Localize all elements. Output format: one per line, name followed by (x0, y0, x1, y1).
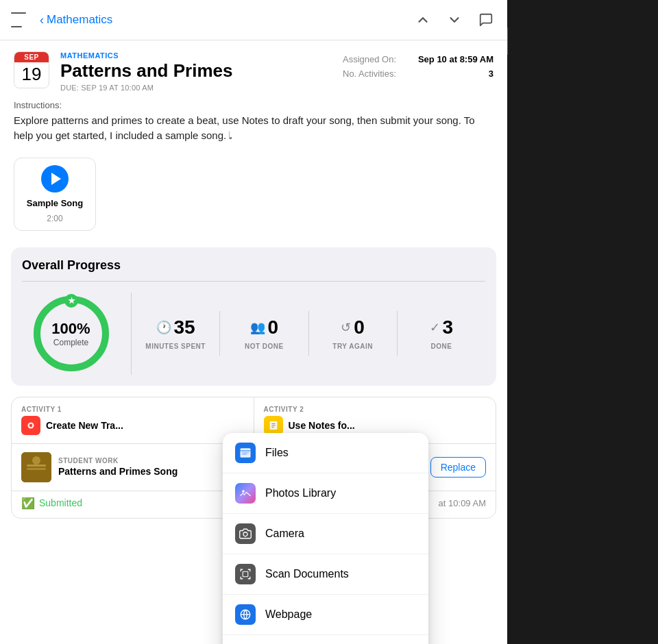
dropdown-item-camera[interactable]: Camera (223, 514, 428, 554)
chevron-up-button[interactable] (413, 10, 433, 30)
sample-song-section: Sample Song 2:00 (0, 152, 507, 242)
stat-done: ✓ 3 DONE (398, 311, 485, 356)
dropdown-item-scan[interactable]: Scan Documents (223, 554, 428, 595)
play-icon (51, 173, 61, 185)
instructions-section: Instructions: Explore patterns and prime… (0, 100, 507, 152)
svg-rect-12 (27, 468, 46, 470)
assigned-on-row: Assigned On: Sep 10 at 8:59 AM (343, 54, 494, 64)
right-panel (507, 0, 658, 644)
svg-rect-15 (242, 452, 249, 453)
try-again-icon: ↺ (341, 320, 351, 335)
play-button[interactable] (41, 165, 69, 193)
chevron-down-button[interactable] (444, 10, 465, 30)
sidebar-toggle-button[interactable] (11, 12, 30, 27)
svg-rect-16 (242, 454, 247, 455)
webpage-icon (235, 604, 256, 625)
garageband-icon (21, 416, 40, 435)
stat-try-again: ↺ 0 TRY AGAIN (309, 311, 398, 356)
assigned-on-label: Assigned On: (343, 54, 396, 64)
done-label: DONE (430, 343, 452, 350)
assignment-meta: Assigned On: Sep 10 at 8:59 AM No. Activ… (343, 51, 494, 79)
back-chevron-icon: ‹ (40, 13, 44, 27)
stat-minutes: 🕐 35 MINUTES SPENT (132, 311, 220, 356)
replace-button[interactable]: Replace (430, 457, 486, 478)
circle-complete-label: Complete (51, 338, 90, 347)
back-button[interactable]: ‹ Mathematics (40, 13, 112, 27)
svg-rect-11 (27, 465, 46, 467)
progress-circle: ★ 100% Complete (30, 293, 112, 375)
instructions-label: Instructions: (14, 100, 494, 110)
circle-text: 100% Complete (51, 320, 90, 347)
svg-point-18 (242, 490, 245, 493)
nav-bar: ‹ Mathematics (0, 0, 507, 40)
notes-icon (264, 416, 283, 435)
no-activities-label: No. Activities: (343, 69, 396, 79)
right-panel-line (507, 27, 508, 55)
back-label: Mathematics (47, 13, 112, 27)
activity-2-icon-name: Use Notes fo... (264, 416, 487, 435)
webpage-label: Webpage (265, 608, 312, 621)
calendar-day: 19 (14, 62, 49, 88)
dropdown-item-files[interactable]: Files (223, 433, 428, 473)
instructions-text: Explore patterns and primes to create a … (14, 113, 494, 144)
svg-point-5 (29, 423, 33, 427)
activity-1-label: ACTIVITY 1 (21, 406, 244, 413)
dropdown-menu: Files Photos Library Camera Scan Documen… (223, 433, 428, 644)
progress-circle-container: ★ 100% Complete (22, 293, 132, 375)
not-done-value: 0 (268, 317, 279, 338)
stat-not-done: 👥 0 NOT DONE (220, 311, 308, 356)
assignment-header: SEP 19 MATHEMATICS Patterns and Primes D… (0, 40, 507, 100)
scan-icon (235, 564, 256, 584)
files-icon (235, 443, 256, 463)
try-again-label: TRY AGAIN (332, 343, 373, 350)
svg-point-19 (243, 532, 247, 536)
try-again-value: 0 (354, 317, 365, 338)
no-activities-row: No. Activities: 3 (343, 69, 494, 79)
svg-point-13 (32, 456, 40, 465)
not-done-icon: 👥 (250, 320, 265, 335)
dropdown-item-webpage[interactable]: Webpage (223, 595, 428, 635)
minutes-value: 35 (174, 317, 195, 338)
done-icon: ✓ (430, 320, 440, 335)
done-value: 3 (443, 317, 454, 338)
nav-actions (413, 10, 496, 30)
song-duration: 2:00 (47, 214, 62, 223)
calendar-month: SEP (14, 52, 49, 62)
dropdown-item-bookmarks[interactable]: Bookmarks (223, 635, 428, 644)
activity-2-label: ACTIVITY 2 (264, 406, 487, 413)
assigned-on-value: Sep 10 at 8:59 AM (418, 54, 494, 64)
student-work-thumbnail (21, 452, 51, 482)
assignment-title: Patterns and Primes (60, 61, 332, 81)
progress-section: Overall Progress ★ 100% Complete (11, 247, 496, 386)
svg-rect-20 (243, 571, 248, 577)
activity-1-cell[interactable]: ACTIVITY 1 Create New Tra... (12, 397, 254, 443)
scan-label: Scan Documents (265, 568, 349, 580)
calendar-icon: SEP 19 (14, 51, 49, 88)
song-name: Sample Song (27, 198, 83, 208)
svg-text:★: ★ (67, 296, 75, 306)
dropdown-item-photos[interactable]: Photos Library (223, 473, 428, 514)
activity-1-name: Create New Tra... (46, 420, 123, 431)
photos-icon (235, 483, 256, 504)
not-done-label: NOT DONE (245, 343, 284, 350)
progress-stats: ★ 100% Complete 🕐 35 MINUTES SPENT (22, 293, 485, 375)
sample-song-card[interactable]: Sample Song 2:00 (14, 158, 96, 231)
camera-icon (235, 523, 256, 544)
no-activities-value: 3 (489, 69, 494, 79)
assignment-subject: MATHEMATICS (60, 51, 332, 60)
activity-1-icon-name: Create New Tra... (21, 416, 244, 435)
circle-percent: 100% (51, 320, 90, 338)
assignment-due: DUE: SEP 19 AT 10:00 AM (60, 84, 332, 92)
files-label: Files (265, 447, 289, 459)
submitted-check-icon: ✅ (21, 497, 35, 510)
camera-label: Camera (265, 528, 304, 540)
minutes-label: MINUTES SPENT (145, 343, 206, 350)
comment-button[interactable] (476, 10, 496, 30)
photos-label: Photos Library (265, 487, 336, 499)
progress-title: Overall Progress (22, 258, 485, 273)
activity-2-name: Use Notes fo... (289, 420, 355, 431)
submitted-time: at 10:09 AM (439, 498, 486, 508)
clock-icon: 🕐 (156, 320, 171, 335)
assignment-info: MATHEMATICS Patterns and Primes DUE: SEP… (60, 51, 332, 92)
